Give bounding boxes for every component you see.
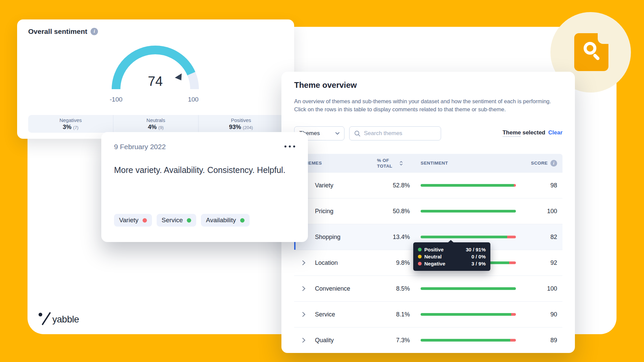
tooltip-row-neutral: Neutral 0 / 0% [418, 253, 486, 260]
stat-positives: Positives 93% (204) [198, 115, 283, 133]
theme-sentiment-cell: 100 [415, 285, 562, 292]
sentiment-bar-negative [511, 313, 516, 316]
theme-score: 98 [516, 182, 557, 189]
sentiment-bar-positive [421, 339, 510, 342]
header-score-label: SCORE [531, 161, 548, 166]
sentiment-bar-negative [509, 261, 516, 264]
chevron-down-icon [335, 132, 339, 135]
description-line-1: An overview of themes and sub-themes wit… [294, 97, 562, 105]
sentiment-bar [421, 339, 516, 342]
tooltip-row-positive: Positive 30 / 91% [418, 246, 486, 253]
table-header: THEMES % OF TOTAL SENTIMENT SCORE i [294, 154, 562, 172]
theme-pct: 8.5% [372, 285, 415, 292]
theme-score: 89 [516, 337, 557, 344]
sentiment-bar-positive [421, 287, 516, 290]
theme-name-cell: Location [294, 259, 372, 266]
negative-dot-icon [143, 218, 147, 223]
tooltip-label: Negative [424, 261, 445, 266]
stat-value: 4% (9) [148, 124, 164, 131]
theme-selected-status: Theme selected Clear [502, 129, 562, 136]
theme-sentiment-cell: 100 [415, 208, 562, 215]
theme-pct: 13.4% [372, 234, 415, 241]
clear-selection-link[interactable]: Clear [548, 129, 562, 136]
chevron-right-icon[interactable] [302, 286, 306, 291]
gauge-max-label: 100 [175, 96, 212, 103]
sentiment-bar [421, 313, 516, 316]
theme-name: Variety [315, 182, 333, 189]
yabble-logo: yabble [38, 309, 98, 327]
magnifier-glass-icon [584, 42, 596, 55]
kebab-menu-icon[interactable] [284, 145, 295, 147]
gauge-min-label: -100 [98, 96, 135, 103]
tooltip-value: 0 / 0% [471, 254, 486, 259]
sentiment-gauge [17, 19, 294, 113]
table-row[interactable]: Convenience 8.5% 100 [294, 276, 562, 301]
chevron-right-icon[interactable] [302, 260, 306, 265]
tooltip-value: 3 / 9% [471, 261, 486, 266]
positive-dot-icon [418, 248, 422, 251]
table-row[interactable]: Variety 52.8% 98 [294, 172, 562, 198]
stat-negatives: Negatives 3% (7) [28, 115, 113, 133]
tooltip-label: Neutral [424, 254, 442, 259]
theme-pct: 9.8% [372, 259, 415, 266]
search-themes-box[interactable] [349, 126, 441, 140]
chevron-right-icon[interactable] [302, 338, 306, 343]
sentiment-bar-negative [507, 236, 516, 238]
theme-score: 92 [516, 259, 557, 266]
sentiment-bar [421, 210, 516, 213]
sentiment-stats-row: Negatives 3% (7) Neutrals 4% (9) Positiv… [28, 115, 283, 133]
theme-sentiment-cell: 89 [415, 337, 562, 344]
sentiment-bar [421, 236, 516, 238]
stat-label: Negatives [59, 117, 82, 123]
theme-score: 100 [516, 208, 557, 215]
theme-sentiment-cell: 90 [415, 311, 562, 318]
comment-card: 9 February 2022 More variety. Availabili… [101, 132, 308, 242]
stat-value: 93% (204) [229, 124, 253, 131]
theme-name-cell: Service [294, 311, 372, 318]
tag-label: Variety [119, 217, 139, 224]
theme-selected-word: Theme [502, 129, 521, 137]
table-controls: Themes Theme selected Clear [294, 126, 562, 140]
theme-pct: 52.8% [372, 182, 415, 189]
tag-variety[interactable]: Variety [114, 214, 152, 227]
theme-score: 82 [516, 234, 557, 241]
tag-service[interactable]: Service [157, 214, 196, 227]
stat-label: Positives [231, 117, 251, 123]
gauge-value: 74 [128, 74, 182, 89]
theme-overview-title: Theme overview [294, 80, 357, 90]
theme-score: 100 [516, 285, 557, 292]
tag-availability[interactable]: Availability [201, 214, 249, 227]
table-row[interactable]: Service 8.1% 90 [294, 301, 562, 327]
theme-pct: 50.8% [372, 208, 415, 215]
theme-name: Pricing [315, 208, 333, 215]
sentiment-bar-positive [421, 236, 507, 238]
theme-overview-description: An overview of themes and sub-themes wit… [294, 97, 562, 113]
score-info-icon[interactable]: i [550, 160, 557, 167]
header-pct-label: % OF TOTAL [377, 158, 396, 169]
theme-name-cell: Quality [294, 337, 372, 344]
logo-slash-icon [42, 312, 51, 325]
theme-name: Quality [315, 337, 334, 344]
tag-label: Service [162, 217, 183, 224]
overall-sentiment-card: Overall sentiment i 74 -100 100 Negative… [17, 19, 294, 139]
theme-pct: 8.1% [372, 311, 415, 318]
table-row[interactable]: Quality 7.3% 89 [294, 327, 562, 353]
sentiment-bar-positive [421, 184, 514, 187]
header-score: SCORE i [531, 160, 562, 167]
positive-dot-icon [187, 218, 191, 223]
theme-name-cell: Convenience [294, 285, 372, 292]
chevron-right-icon[interactable] [302, 312, 306, 317]
positive-dot-icon [240, 218, 245, 223]
comment-tags: Variety Service Availability [114, 214, 250, 227]
search-icon [354, 130, 361, 137]
stat-neutrals: Neutrals 4% (9) [113, 115, 198, 133]
sort-icon[interactable] [399, 161, 403, 166]
search-themes-input[interactable] [364, 130, 431, 137]
tag-label: Availability [206, 217, 236, 224]
table-row[interactable]: Pricing 50.8% 100 [294, 198, 562, 224]
theme-name: Convenience [315, 285, 350, 292]
theme-pct: 7.3% [372, 337, 415, 344]
stat-label: Neutrals [147, 117, 165, 123]
logo-dot-icon [39, 313, 42, 316]
theme-sentiment-cell: 98 [415, 182, 562, 189]
